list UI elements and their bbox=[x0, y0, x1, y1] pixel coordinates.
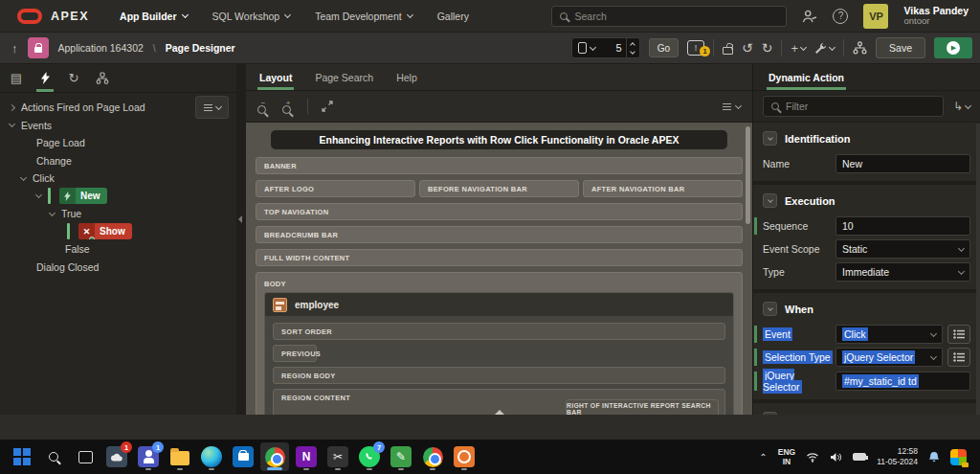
utilities-menu-button[interactable] bbox=[814, 42, 835, 55]
selection-type-list-button[interactable] bbox=[947, 348, 970, 367]
filter-input[interactable]: Filter bbox=[763, 96, 944, 117]
section-execution-header[interactable]: Execution bbox=[753, 185, 980, 214]
page-selector[interactable]: 5 bbox=[571, 37, 640, 58]
jquery-selector-input[interactable]: #my_static_id td bbox=[835, 372, 970, 391]
tab-layout[interactable]: Layout bbox=[259, 64, 292, 90]
tree-item-dialog-closed[interactable]: Dialog Closed bbox=[0, 259, 236, 277]
run-button[interactable]: ▶ bbox=[934, 37, 972, 58]
region-before-navigation-bar[interactable]: BEFORE NAVIGATION BAR bbox=[419, 180, 579, 197]
tab-dynamic-action[interactable]: Dynamic Action bbox=[768, 64, 844, 90]
region-breadcrumb-bar[interactable]: BREADCRUMB BAR bbox=[256, 226, 743, 243]
admin-user-icon[interactable] bbox=[802, 10, 817, 23]
screen-recorder-button[interactable] bbox=[450, 442, 479, 471]
bottom-splitter-handle[interactable] bbox=[495, 410, 504, 415]
unlock-icon[interactable] bbox=[723, 47, 733, 55]
tab-page-search[interactable]: Page Search bbox=[315, 64, 373, 90]
canvas-scrollbar[interactable] bbox=[746, 126, 750, 224]
menu-team-development[interactable]: Team Development bbox=[315, 11, 412, 22]
section-when-header[interactable]: When bbox=[753, 293, 980, 323]
help-icon[interactable]: ? bbox=[833, 9, 848, 24]
create-menu-button[interactable]: + bbox=[791, 41, 806, 56]
edge-button[interactable] bbox=[197, 442, 226, 471]
event-scope-select[interactable]: Static bbox=[835, 239, 970, 259]
tree-item-events[interactable]: Events bbox=[0, 117, 236, 135]
undo-icon[interactable]: ↺ bbox=[742, 41, 753, 55]
show-action-badge[interactable]: ✕ Show bbox=[78, 223, 132, 239]
task-view-button[interactable] bbox=[71, 442, 100, 471]
microsoft-store-button[interactable] bbox=[229, 442, 257, 471]
taskbar-search-button[interactable] bbox=[39, 442, 68, 471]
notification-bell-icon[interactable] bbox=[928, 451, 940, 463]
menu-app-builder[interactable]: App Builder bbox=[120, 11, 188, 22]
tab-processing[interactable]: ↻ bbox=[59, 64, 88, 92]
menu-sql-workshop[interactable]: SQL Workshop bbox=[212, 11, 291, 22]
slot-right-of-ir-search-bar[interactable]: RIGHT OF INTERACTIVE REPORT SEARCH BAR bbox=[566, 399, 719, 415]
section-identification-header[interactable]: Identification bbox=[753, 123, 980, 152]
chrome-secondary-button[interactable] bbox=[418, 442, 447, 471]
tree-item-true[interactable]: True bbox=[0, 205, 236, 223]
whatsapp-button[interactable]: 7 bbox=[355, 442, 384, 471]
file-explorer-button[interactable] bbox=[166, 442, 194, 471]
slot-previous[interactable]: PREVIOUS bbox=[273, 345, 317, 362]
slot-region-body[interactable]: REGION BODY bbox=[273, 367, 725, 384]
employee-region[interactable]: employee SORT ORDER PREVIOUS REGION BODY… bbox=[264, 292, 734, 415]
user-block[interactable]: Vikas Pandey ontoor bbox=[903, 5, 969, 27]
redo-icon[interactable]: ↻ bbox=[762, 41, 773, 55]
tree-menu-button[interactable] bbox=[195, 96, 229, 119]
tray-expand-icon[interactable]: ⌃ bbox=[759, 452, 767, 463]
page-number-stepper[interactable] bbox=[626, 38, 639, 57]
tab-help[interactable]: Help bbox=[396, 64, 417, 90]
snipping-tool-button[interactable]: ✂ bbox=[323, 442, 352, 471]
event-list-button[interactable] bbox=[947, 325, 970, 344]
employee-region-header[interactable]: employee bbox=[265, 293, 733, 316]
clock[interactable]: 12:5811-05-2024 bbox=[877, 446, 918, 467]
tree-item-false[interactable]: False bbox=[0, 240, 236, 259]
collapse-icon[interactable] bbox=[763, 302, 777, 316]
region-after-logo[interactable]: AFTER LOGO bbox=[256, 180, 415, 197]
tree-item-page-load[interactable]: Page Load bbox=[0, 134, 236, 152]
collapse-icon[interactable] bbox=[763, 131, 777, 146]
layout-menu-button[interactable] bbox=[723, 103, 741, 110]
zoom-out-icon[interactable]: − bbox=[257, 101, 269, 112]
apex-brand[interactable]: APEX bbox=[0, 9, 102, 24]
global-search-input[interactable]: Search bbox=[551, 6, 787, 27]
event-select[interactable]: Click bbox=[835, 325, 943, 344]
menu-gallery[interactable]: Gallery bbox=[437, 11, 469, 22]
shared-components-icon[interactable] bbox=[853, 41, 867, 55]
wifi-icon[interactable] bbox=[806, 452, 819, 463]
breadcrumb-application[interactable]: Application 164302 bbox=[58, 42, 144, 54]
region-top-navigation[interactable]: TOP NAVIGATION bbox=[256, 203, 743, 220]
tab-rendering[interactable]: ▤ bbox=[2, 64, 31, 92]
tree-item-show[interactable]: ✕ Show bbox=[0, 223, 236, 241]
right-panel-scrollbar[interactable] bbox=[976, 124, 980, 415]
language-indicator[interactable]: ENGIN bbox=[778, 447, 795, 466]
go-button[interactable]: Go bbox=[649, 38, 679, 57]
collapse-icon[interactable] bbox=[763, 412, 777, 415]
region-after-navigation-bar[interactable]: AFTER NAVIGATION BAR bbox=[583, 180, 743, 197]
tree-item-click[interactable]: Click bbox=[0, 169, 236, 188]
selection-type-select[interactable]: jQuery Selector bbox=[835, 348, 943, 367]
collapse-icon[interactable] bbox=[763, 193, 777, 208]
chrome-active-button[interactable] bbox=[260, 442, 289, 471]
slot-sort-order[interactable]: SORT ORDER bbox=[273, 323, 725, 340]
name-input[interactable]: New bbox=[835, 154, 970, 173]
type-select[interactable]: Immediate bbox=[835, 262, 970, 282]
up-arrow-icon[interactable]: ↑ bbox=[11, 41, 18, 56]
speaker-icon[interactable] bbox=[830, 452, 842, 463]
left-splitter[interactable] bbox=[236, 64, 246, 415]
go-to-group-button[interactable]: ↳ bbox=[953, 100, 970, 113]
tab-dynamic-actions[interactable] bbox=[31, 64, 59, 92]
application-icon[interactable] bbox=[28, 37, 49, 58]
region-body[interactable]: BODY employee SORT ORDER PREVIOUS REGION… bbox=[256, 272, 743, 415]
zoom-in-icon[interactable]: + bbox=[282, 101, 294, 112]
section-condition-header[interactable]: Client-side Condition bbox=[753, 403, 980, 415]
expand-icon[interactable] bbox=[322, 101, 333, 112]
avatar[interactable]: VP bbox=[863, 4, 888, 29]
tree-item-change[interactable]: Change bbox=[0, 152, 236, 170]
page-number-input[interactable]: 5 bbox=[601, 42, 626, 54]
tab-shared-components[interactable] bbox=[88, 64, 117, 92]
page-issues-icon[interactable]: !1 bbox=[687, 40, 704, 56]
sequence-input[interactable]: 10 bbox=[835, 216, 970, 236]
battery-icon[interactable] bbox=[853, 453, 866, 461]
copilot-icon[interactable] bbox=[950, 449, 967, 465]
